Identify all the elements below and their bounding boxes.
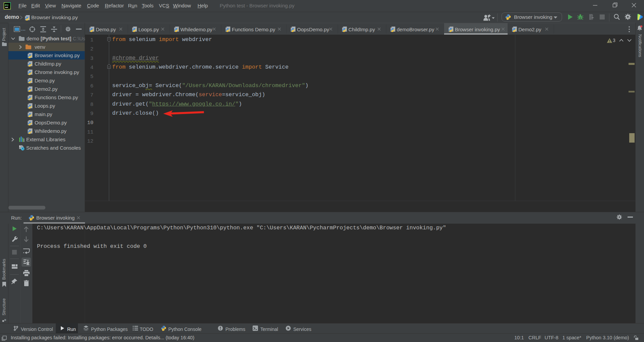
svg-text:PC: PC <box>5 4 9 7</box>
